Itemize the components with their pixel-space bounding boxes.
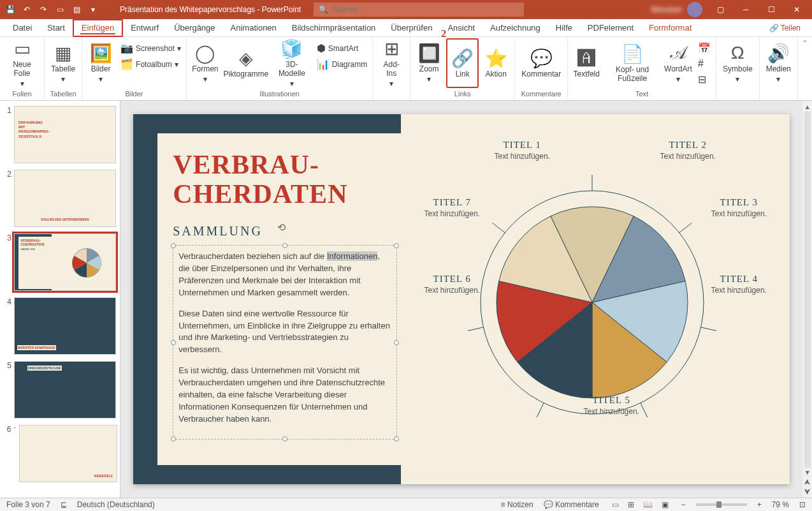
fit-icon[interactable]: ⊡ [799,500,806,509]
tab-aufzeichnung[interactable]: Aufzeichnung [482,19,548,37]
aktion-button[interactable]: ⭐Aktion [480,38,512,88]
prev-slide-icon[interactable]: ⮝ [803,477,812,487]
wordart-button[interactable]: 𝒜WordArt ▾ [662,38,694,88]
thumb-5[interactable]: EREIGNISZEITACHSE [14,361,116,418]
fotoalbum-button[interactable]: 🗂️Fotoalbum ▾ [118,57,184,71]
language[interactable]: Deutsch (Deutschland) [77,500,155,509]
share-button[interactable]: 🔗 Teilen [763,24,807,33]
pie-label-6[interactable]: TITEL 6Text hinzufügen. [407,274,497,295]
tab-datei[interactable]: Datei [5,19,40,37]
link-button[interactable]: 2 🔗Link [446,38,479,88]
tab-animationen[interactable]: Animationen [223,19,284,37]
avatar[interactable] [687,2,702,17]
medien-button[interactable]: 🔊Medien ▾ [762,38,795,88]
tab-formformat[interactable]: Formformat [641,19,699,37]
pie-label-3[interactable]: TITEL 3Text hinzufügen. [694,197,783,218]
thumb-3[interactable]: VERBRAU-CHERDATEN SAMMLUNG [14,233,116,291]
group-links: Links [413,89,512,99]
close-button[interactable]: ✕ [784,0,809,19]
collapse-ribbon-icon[interactable]: ˄ [798,37,812,100]
kommentar-button[interactable]: 💬Kommentar [518,38,565,88]
vertical-scrollbar[interactable]: ▲ ▼ ⮝ ⮟ [802,101,812,498]
pie-chart[interactable]: TITEL 1Text hinzufügen.TITEL 2Text hinzu… [420,146,764,459]
annotation-2: 2 [441,28,446,40]
formen-button[interactable]: ◯Formen ▾ [189,38,221,88]
search-box[interactable]: 🔍 [314,3,524,17]
tab-start[interactable]: Start [40,19,72,37]
slide-panel[interactable]: 1 ERFAHRUNGMITPERSONENPRO-ZESSTOOLS 2 SÄ… [0,101,120,498]
pie-label-7[interactable]: TITEL 7Text hinzufügen. [407,197,497,218]
slide-count[interactable]: Folie 3 von 7 [6,500,50,509]
undo-icon[interactable]: ↶ [19,2,34,17]
save-icon[interactable]: 💾 [3,2,18,17]
kopf-button[interactable]: 📄Kopf- und Fußzeile [604,38,661,88]
new-slide-button[interactable]: ▭Neue Folie ▾ [3,38,41,88]
slide-body-text[interactable]: Verbraucherdaten beziehen sich auf die I… [178,251,391,425]
bilder-button[interactable]: 🖼️Bilder ▾ [85,38,117,88]
diagramm-button[interactable]: 📊Diagramm [314,57,370,71]
text-extra-2[interactable]: # [695,57,713,71]
pie-label-1[interactable]: TITEL 1Text hinzufügen. [477,140,567,161]
ribbon-display-icon[interactable]: ▢ [707,0,733,19]
addins-button[interactable]: ⊞Add-Ins ▾ [375,38,407,88]
slideshow-icon[interactable]: ▭ [52,2,68,17]
tab-ansicht[interactable]: Ansicht [440,19,482,37]
notes-button[interactable]: ≡ Notizen [501,500,533,509]
text-extra-3[interactable]: ⊟ [695,72,713,87]
screenshot-button[interactable]: 📷Screenshot ▾ [118,41,184,56]
document-title: Präsentation des Whitepapervorschlags - … [120,5,301,14]
tab-einfuegen[interactable]: 1 Einfügen [73,19,123,37]
redo-icon[interactable]: ↷ [36,2,51,17]
sorter-view-icon[interactable]: ⊞ [625,500,637,509]
zoom-out-icon[interactable]: − [681,500,686,509]
tab-uebergaenge[interactable]: Übergänge [166,19,222,37]
minimize-button[interactable]: ─ [733,0,758,19]
slideshow-view-icon[interactable]: ▣ [659,500,671,509]
symbole-button[interactable]: ΩSymbole ▾ [719,38,757,88]
zoom-button[interactable]: 🔲Zoom ▾ [413,38,445,88]
link-icon: 🔗 [451,48,474,68]
thumb-4[interactable]: MARKTER-KENNTNISSE [14,297,116,355]
slide-editor[interactable]: VERBRAU-CHERDATEN SAMMLUNG ⟲ Verbraucher… [120,101,802,498]
annotation-1: 1 [71,11,76,23]
pie-label-2[interactable]: TITEL 2Text hinzufügen. [643,140,732,161]
tab-hilfe[interactable]: Hilfe [548,19,580,37]
comments-button[interactable]: 💬 Kommentare [544,500,599,509]
fotoalbum-icon: 🗂️ [120,58,133,70]
reading-view-icon[interactable]: 📖 [641,500,655,509]
pie-label-5[interactable]: TITEL 5Text hinzufügen. [567,395,656,416]
zoom-level[interactable]: 79 % [772,500,789,509]
table-button[interactable]: ▦Tabelle ▾ [47,38,79,88]
thumb-6[interactable]: REISEZIELE [19,425,117,482]
scroll-down-icon[interactable]: ▼ [803,468,812,477]
search-input[interactable] [332,5,519,14]
title-bar: 💾 ↶ ↷ ▭ ▤ ▾ Präsentation des Whitepaperv… [0,0,812,19]
tab-bildschirm[interactable]: Bildschirmpräsentation [284,19,384,37]
text-extra-1[interactable]: 📅 [695,41,713,56]
thumb-1[interactable]: ERFAHRUNGMITPERSONENPRO-ZESSTOOLS [14,106,116,163]
tab-entwurf[interactable]: Entwurf [123,19,166,37]
accessibility-icon[interactable]: ⊑ [61,500,67,509]
thumb-2[interactable]: SÄULEN DES UNTERNEHMENS [14,170,116,227]
rotate-handle-icon[interactable]: ⟲ [277,221,286,233]
normal-view-icon[interactable]: ▭ [609,500,621,509]
selected-text[interactable]: Informationen [327,251,378,261]
piktogramme-button[interactable]: ◈Piktogramme [222,38,270,88]
scroll-up-icon[interactable]: ▲ [803,102,812,112]
quick-access-toolbar: 💾 ↶ ↷ ▭ ▤ ▾ [3,2,101,17]
maximize-button[interactable]: ☐ [758,0,784,19]
3d-button[interactable]: 🧊3D-Modelle ▾ [271,38,313,88]
slide-title[interactable]: VERBRAU-CHERDATEN [173,150,397,209]
tab-pdfelement[interactable]: PDFelement [580,19,641,37]
next-slide-icon[interactable]: ⮟ [803,487,812,496]
textfeld-button[interactable]: 🅰Textfeld [570,38,602,88]
zoom-in-icon[interactable]: + [757,500,762,509]
smartart-button[interactable]: ⬢SmartArt [314,41,370,56]
search-icon: 🔍 [319,5,328,14]
tab-ueberpruefen[interactable]: Überprüfen [383,19,440,37]
group-illustrationen: Illustrationen [189,89,370,99]
pie-label-4[interactable]: TITEL 4Text hinzufügen. [694,274,783,295]
zoom-slider[interactable] [696,503,747,506]
qat-more-icon[interactable]: ▾ [85,2,101,17]
text-selection-box[interactable]: Verbraucherdaten beziehen sich auf die I… [173,245,397,440]
